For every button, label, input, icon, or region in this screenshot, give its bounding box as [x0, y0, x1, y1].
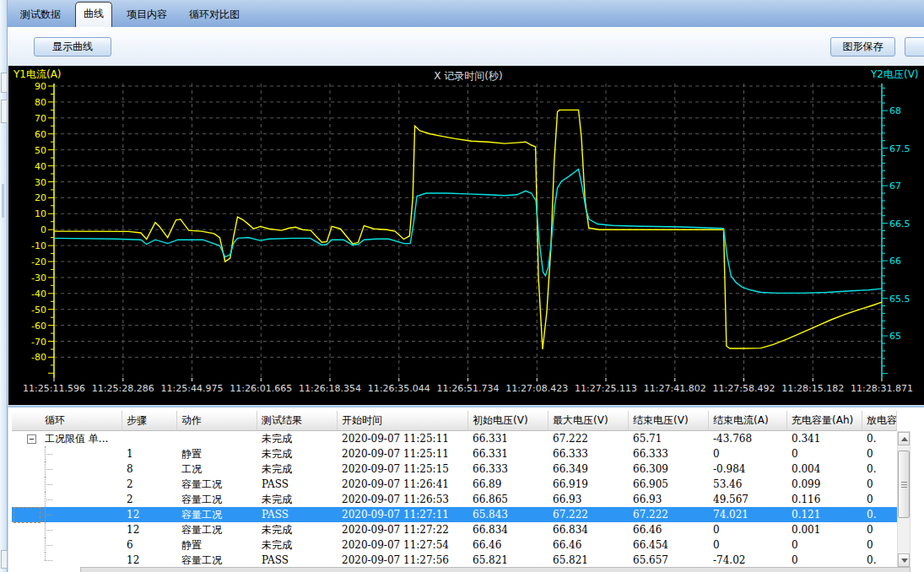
- scrollbar-thumb[interactable]: [898, 451, 910, 518]
- table-cell: 65.843: [468, 507, 548, 522]
- table-row-3[interactable]: 2容量工况PASS2020-09-07 11:26:4166.8966.9196…: [12, 477, 897, 492]
- table-cell: 0.004: [787, 461, 862, 477]
- column-header-10[interactable]: 放电容量(Ah): [862, 411, 897, 431]
- table-cell: 66.46: [548, 537, 629, 553]
- column-header-3[interactable]: 测试结果: [257, 411, 338, 431]
- scroll-up-icon[interactable]: [898, 432, 910, 445]
- table-cell: 工况: [177, 461, 257, 477]
- table-cell: 0: [787, 553, 862, 568]
- x-tick-label: 11:26:01.665: [230, 383, 292, 394]
- table-cell: 66.46: [629, 522, 709, 537]
- table-cell: 2020-09-07 11:27:22: [338, 522, 468, 537]
- table-cell: -0.984: [709, 461, 787, 477]
- table-cell: 12: [122, 522, 177, 537]
- left-panel-fragment: [1, 100, 8, 123]
- tree-collapse-icon[interactable]: [27, 434, 36, 444]
- table-cell: [12, 477, 122, 492]
- column-header-2[interactable]: 动作: [177, 411, 257, 431]
- table-cell: 容量工况: [177, 477, 257, 492]
- table-cell: 66.331: [468, 431, 548, 446]
- column-header-1[interactable]: 步骤: [122, 411, 177, 431]
- column-header-8[interactable]: 结束电流(A): [709, 411, 787, 431]
- table-cell: 0.: [862, 507, 897, 522]
- column-header-6[interactable]: 最大电压(V): [548, 411, 629, 431]
- table-cell: 未完成: [257, 492, 338, 507]
- toolbar: 显示曲线 图形保存 曲线: [8, 27, 924, 67]
- table-cell: 66.454: [629, 537, 709, 553]
- table-vertical-scrollbar[interactable]: [897, 431, 910, 568]
- table-cell: 66.331: [468, 446, 548, 461]
- x-tick-label: 11:27:25.113: [575, 383, 637, 394]
- curve-settings-button[interactable]: 曲线: [905, 37, 924, 57]
- table-header-row: 循环步骤动作测试结果开始时间初始电压(V)最大电压(V)结束电压(V)结束电流(…: [12, 411, 897, 431]
- x-tick-label: 11:27:08.423: [505, 383, 568, 394]
- table-row-6[interactable]: 12容量工况未完成2020-09-07 11:27:2266.83466.834…: [12, 522, 897, 537]
- curve-chart: 11:25:11.59611:25:28.28611:25:44.97511:2…: [8, 66, 924, 405]
- app-window: 测试数据曲线项目内容循环对比图 显示曲线 图形保存 曲线 11:25:11.59…: [0, 0, 924, 572]
- table-horizontal-scrollbar[interactable]: [80, 567, 910, 572]
- tab-bar: 测试数据曲线项目内容循环对比图: [8, 0, 924, 27]
- table-row-0[interactable]: 工况限值 单...未完成2020-09-07 11:25:1166.33167.…: [12, 431, 897, 446]
- save-graph-button[interactable]: 图形保存: [830, 37, 895, 57]
- table-cell: 2020-09-07 11:25:11: [338, 431, 468, 446]
- y1-tick-label: -70: [31, 337, 46, 348]
- table-cell: 66.905: [629, 477, 709, 492]
- column-header-0[interactable]: 循环: [12, 411, 122, 431]
- y1-tick-label: -30: [31, 273, 46, 283]
- panel-splitter[interactable]: [2, 184, 4, 218]
- table-cell: 0.116: [787, 492, 862, 507]
- table-cell: 74.021: [709, 507, 787, 522]
- table-cell: 49.567: [709, 492, 787, 507]
- show-curve-button[interactable]: 显示曲线: [34, 37, 111, 57]
- table-cell: 工况限值 单...: [12, 431, 122, 446]
- tab-3[interactable]: 循环对比图: [181, 4, 247, 27]
- column-header-4[interactable]: 开始时间: [338, 411, 468, 431]
- table-cell: [12, 537, 122, 553]
- table-cell: 66.46: [468, 537, 548, 553]
- table-row-5[interactable]: 12容量工况PASS2020-09-07 11:27:1165.84367.22…: [12, 507, 897, 522]
- table-cell: 66.309: [629, 461, 709, 477]
- y2-tick-label: 66.5: [889, 219, 910, 229]
- x-tick-label: 11:28:15.182: [781, 383, 844, 394]
- table-cell: 0: [787, 537, 862, 553]
- table-cell: 2020-09-07 11:27:56: [338, 553, 468, 568]
- table-cell: PASS: [257, 507, 338, 522]
- table-cell: 0.: [862, 461, 897, 477]
- table-row-1[interactable]: 1静置未完成2020-09-07 11:25:1166.33166.33366.…: [12, 446, 897, 461]
- table-cell: 66.834: [468, 522, 548, 537]
- column-header-9[interactable]: 充电容量(Ah): [787, 411, 862, 431]
- tab-0[interactable]: 测试数据: [13, 4, 68, 27]
- table-cell: 未完成: [257, 446, 338, 461]
- table-row-7[interactable]: 6静置未完成2020-09-07 11:27:5466.4666.4666.45…: [12, 537, 897, 553]
- table-cell: 65.657: [629, 553, 709, 568]
- column-header-7[interactable]: 结束电压(V): [629, 411, 709, 431]
- y1-tick-label: -40: [31, 289, 46, 299]
- table-cell: 0: [709, 537, 787, 553]
- y1-tick-label: -50: [31, 305, 46, 316]
- table-cell: 0: [862, 522, 897, 537]
- y1-axis-title: Y1电流(A): [13, 68, 62, 80]
- x-tick-label: 11:26:51.734: [437, 383, 500, 394]
- column-header-5[interactable]: 初始电压(V): [468, 411, 548, 431]
- table-cell: [12, 553, 122, 568]
- table-cell: PASS: [257, 553, 338, 568]
- table-row-8[interactable]: 12容量工况PASS2020-09-07 11:27:5665.82165.82…: [12, 553, 897, 568]
- left-panel-fragment: [1, 550, 8, 569]
- tab-1[interactable]: 曲线: [75, 2, 112, 27]
- table-row-4[interactable]: 2容量工况未完成2020-09-07 11:26:5366.86566.9366…: [12, 492, 897, 507]
- tab-2[interactable]: 项目内容: [119, 4, 175, 27]
- y2-tick-label: 65.5: [889, 294, 910, 305]
- table-cell: 66.349: [548, 461, 629, 477]
- table-cell: 8: [122, 461, 177, 477]
- results-table: 循环步骤动作测试结果开始时间初始电压(V)最大电压(V)结束电压(V)结束电流(…: [12, 411, 897, 568]
- scroll-down-icon[interactable]: [898, 553, 910, 567]
- table-cell: 6: [122, 537, 177, 553]
- table-cell: 0: [709, 522, 787, 537]
- table-cell: 0: [862, 537, 897, 553]
- table-row-2[interactable]: 8工况未完成2020-09-07 11:25:1566.33366.34966.…: [12, 461, 897, 477]
- x-tick-label: 11:25:28.286: [92, 383, 154, 394]
- x-axis-title: X 记录时间(秒): [434, 70, 502, 82]
- y2-tick-label: 66: [889, 256, 901, 267]
- table-cell: [12, 492, 122, 507]
- left-panel-edge: [0, 0, 8, 572]
